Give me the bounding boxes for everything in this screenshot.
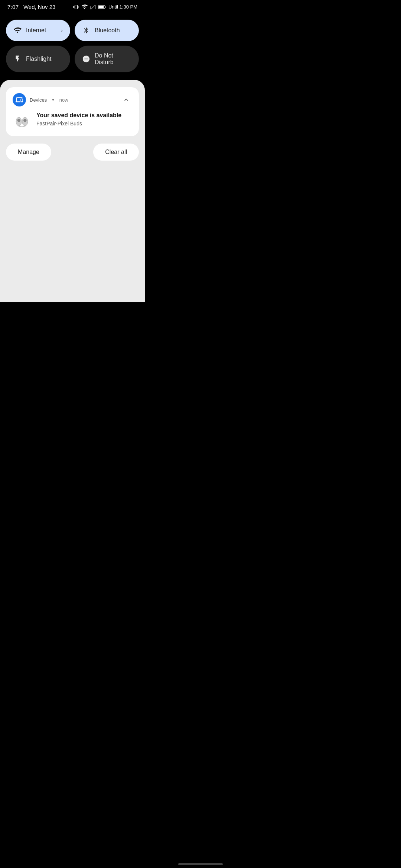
notification-collapse-button[interactable] xyxy=(120,94,132,106)
notification-app-name: Devices xyxy=(30,97,47,103)
flashlight-tile-label: Flashlight xyxy=(26,56,51,62)
status-time: 7:07 xyxy=(7,4,19,10)
quick-tiles-grid: Internet › Bluetooth Flashlight Do Not D… xyxy=(0,13,145,80)
status-time-date: 7:07 Wed, Nov 23 xyxy=(7,4,55,10)
notification-area: Devices • now xyxy=(0,80,145,302)
notification-title: Your saved device is available xyxy=(36,112,132,119)
signal-icon xyxy=(90,4,96,10)
notification-header: Devices • now xyxy=(13,93,132,106)
battery-icon xyxy=(98,4,106,10)
dnd-tile[interactable]: Do Not Disturb xyxy=(75,46,139,72)
notification-content: Your saved device is available FastPair-… xyxy=(13,112,132,130)
internet-tile[interactable]: Internet › xyxy=(6,20,70,41)
svg-rect-2 xyxy=(105,6,106,7)
notification-header-left: Devices • now xyxy=(13,93,68,106)
wifi-icon xyxy=(13,26,22,34)
dnd-icon xyxy=(82,55,90,63)
manage-button[interactable]: Manage xyxy=(6,144,51,161)
pixel-buds-icon xyxy=(13,112,31,130)
internet-tile-label: Internet xyxy=(26,27,46,34)
vibrate-icon xyxy=(73,4,79,10)
bluetooth-tile[interactable]: Bluetooth xyxy=(75,20,139,41)
status-icons-area: Until 1:30 PM xyxy=(73,4,137,10)
notification-time: now xyxy=(59,97,68,103)
dnd-tile-label: Do Not Disturb xyxy=(95,52,131,66)
clear-all-button[interactable]: Clear all xyxy=(93,144,139,161)
status-bar: 7:07 Wed, Nov 23 Until 1:30 PM xyxy=(0,0,145,13)
battery-label: Until 1:30 PM xyxy=(108,4,137,10)
bluetooth-icon xyxy=(82,26,90,34)
svg-point-6 xyxy=(23,119,26,122)
notification-subtitle: FastPair-Pixel Buds xyxy=(36,121,132,126)
notification-text: Your saved device is available FastPair-… xyxy=(36,112,132,126)
bottom-buttons: Manage Clear all xyxy=(6,141,139,168)
devices-app-icon xyxy=(13,93,26,106)
svg-point-4 xyxy=(17,119,20,122)
internet-chevron-icon: › xyxy=(61,27,63,33)
wifi-status-icon xyxy=(81,4,88,10)
notification-card: Devices • now xyxy=(6,87,139,136)
flashlight-icon xyxy=(13,55,22,63)
bluetooth-tile-label: Bluetooth xyxy=(95,27,120,34)
flashlight-tile[interactable]: Flashlight xyxy=(6,46,70,72)
status-date: Wed, Nov 23 xyxy=(23,4,55,10)
notification-dot: • xyxy=(52,96,54,103)
svg-rect-1 xyxy=(98,6,104,8)
